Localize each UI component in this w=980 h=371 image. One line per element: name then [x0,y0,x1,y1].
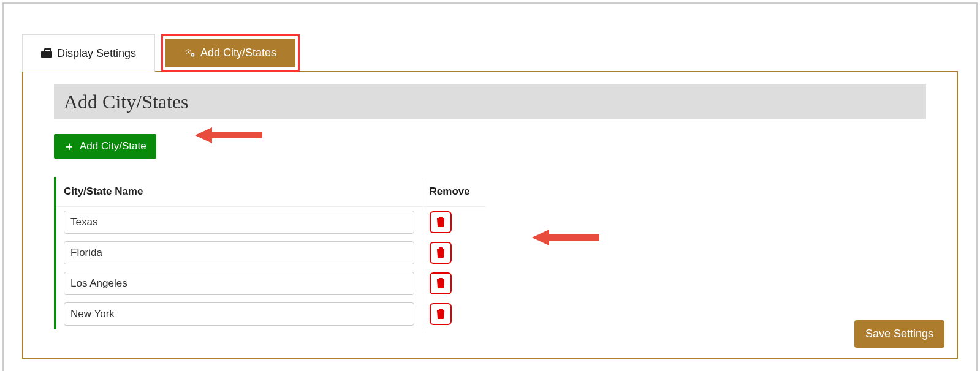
tabs-row: Display Settings Add City/States [22,34,958,72]
svg-marker-2 [195,127,262,143]
annotation-arrow-icon [532,228,599,247]
remove-button[interactable] [430,272,452,294]
app-frame: Display Settings Add City/States Add Cit… [2,2,978,371]
add-button-label: Add City/State [80,140,146,152]
tab-label: Add City/States [200,47,276,59]
remove-button[interactable] [430,211,452,233]
table-row [55,207,486,238]
svg-marker-3 [532,230,599,245]
trash-icon [436,247,446,260]
table-header-name: City/State Name [55,177,422,207]
trash-icon [436,216,446,229]
city-state-input[interactable] [64,241,414,264]
city-state-table: City/State Name Remove [54,177,486,329]
plus-icon: ＋ [64,141,75,152]
table-header-remove: Remove [422,177,486,207]
content-panel: Add City/States ＋ Add City/State City/St… [22,71,958,359]
city-state-input[interactable] [64,302,414,326]
save-settings-button[interactable]: Save Settings [854,320,944,348]
city-state-input[interactable] [64,211,414,234]
annotation-arrow-icon [195,126,262,144]
city-state-input[interactable] [64,272,414,295]
tab-label: Display Settings [57,47,136,60]
tab-add-city-states[interactable]: Add City/States [165,39,295,67]
remove-button[interactable] [430,303,452,325]
city-state-table-container: City/State Name Remove [54,177,486,329]
table-row [55,268,486,299]
gears-icon [184,48,196,58]
table-row [55,238,486,268]
trash-icon [436,308,446,321]
table-row [55,299,486,329]
add-city-state-button[interactable]: ＋ Add City/State [54,134,156,159]
trash-icon [436,277,446,290]
remove-button[interactable] [430,242,452,264]
svg-point-1 [192,54,194,55]
page-title: Add City/States [54,84,926,119]
briefcase-icon [41,48,52,58]
tab-highlight-border: Add City/States [161,34,300,72]
tab-display-settings[interactable]: Display Settings [22,34,155,72]
